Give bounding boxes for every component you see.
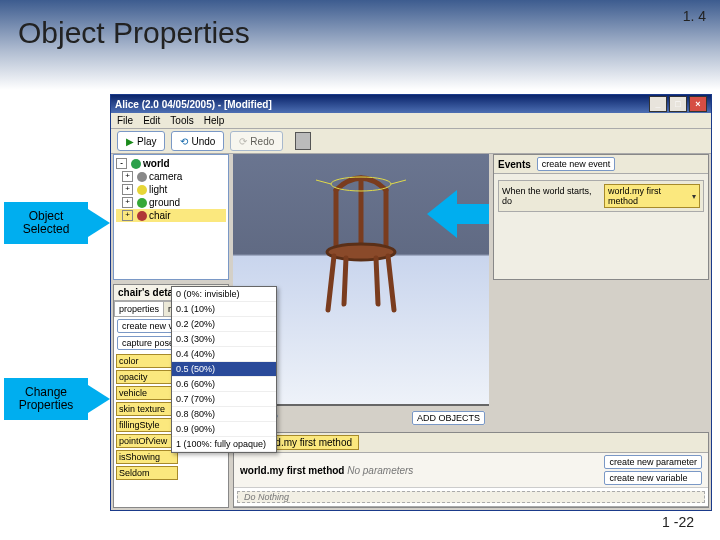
menu-file[interactable]: File [117, 115, 133, 126]
prop-seldom[interactable]: Seldom [116, 465, 226, 481]
opacity-option[interactable]: 0.7 (70%) [172, 392, 276, 407]
callout-change-properties: Change Properties [4, 378, 88, 420]
slide-footer-number: 1 -22 [662, 514, 694, 530]
opacity-option[interactable]: 0.4 (40%) [172, 347, 276, 362]
menu-edit[interactable]: Edit [143, 115, 160, 126]
capture-pose-button[interactable]: capture pose [117, 336, 179, 350]
opacity-option[interactable]: 0.2 (20%) [172, 317, 276, 332]
control-tile-bar: Do in order Do together If/Else Loop Whi… [234, 506, 708, 508]
event-row[interactable]: When the world starts, do world.my first… [498, 180, 704, 212]
tree-ground[interactable]: +ground [116, 196, 226, 209]
object-tree[interactable]: -world +camera +light +ground +chair [113, 154, 229, 280]
opacity-option[interactable]: 1 (100%: fully opaque) [172, 437, 276, 452]
create-new-variable-button-2[interactable]: create new variable [604, 471, 702, 485]
close-button[interactable]: × [689, 96, 707, 112]
opacity-menu[interactable]: 0 (0%: invisible) 0.1 (10%) 0.2 (20%) 0.… [171, 286, 277, 453]
events-panel: Events create new event When the world s… [493, 154, 709, 280]
tool-bar: ▶Play ⟲Undo ⟳Redo [111, 129, 711, 154]
tree-camera[interactable]: +camera [116, 170, 226, 183]
trash-icon[interactable] [295, 132, 311, 150]
tree-chair[interactable]: +chair [116, 209, 226, 222]
event-text: When the world starts, do [502, 186, 600, 206]
callout-arrow [427, 190, 489, 238]
menu-help[interactable]: Help [204, 115, 225, 126]
opacity-option[interactable]: 0.6 (60%) [172, 377, 276, 392]
svg-line-9 [316, 180, 331, 184]
events-label: Events [498, 159, 531, 170]
method-drop-zone[interactable]: Do Nothing [237, 491, 705, 503]
app-window: Alice (2.0 04/05/2005) - [Modified] _ □ … [110, 94, 712, 511]
play-button[interactable]: ▶Play [117, 131, 165, 151]
opacity-option[interactable]: 0.1 (10%) [172, 302, 276, 317]
event-target-tile[interactable]: world.my first method▾ [604, 184, 700, 208]
maximize-button[interactable]: □ [669, 96, 687, 112]
title-bar[interactable]: Alice (2.0 04/05/2005) - [Modified] _ □ … [111, 95, 711, 113]
slide-title: Object Properties [18, 16, 250, 50]
opacity-option[interactable]: 0 (0%: invisible) [172, 287, 276, 302]
undo-button[interactable]: ⟲Undo [171, 131, 224, 151]
tab-properties[interactable]: properties [114, 301, 164, 316]
app-title: Alice (2.0 04/05/2005) - [Modified] [115, 99, 272, 110]
tree-light[interactable]: +light [116, 183, 226, 196]
svg-point-3 [327, 244, 395, 260]
minimize-button[interactable]: _ [649, 96, 667, 112]
svg-line-10 [391, 180, 406, 184]
redo-button[interactable]: ⟳Redo [230, 131, 283, 151]
method-editor: world.my first method world.my first met… [233, 432, 709, 508]
opacity-option[interactable]: 0.9 (90%) [172, 422, 276, 437]
tree-world[interactable]: -world [116, 157, 226, 170]
menu-bar: File Edit Tools Help [111, 113, 711, 129]
method-signature: world.my first method No parameters [240, 465, 413, 476]
opacity-option[interactable]: 0.5 (50%) [172, 362, 276, 377]
opacity-option[interactable]: 0.8 (80%) [172, 407, 276, 422]
callout-object-selected: Object Selected [4, 202, 88, 244]
opacity-option[interactable]: 0.3 (30%) [172, 332, 276, 347]
create-new-parameter-button[interactable]: create new parameter [604, 455, 702, 469]
menu-tools[interactable]: Tools [170, 115, 193, 126]
create-new-event-button[interactable]: create new event [537, 157, 616, 171]
slide-corner-number: 1. 4 [683, 8, 706, 24]
